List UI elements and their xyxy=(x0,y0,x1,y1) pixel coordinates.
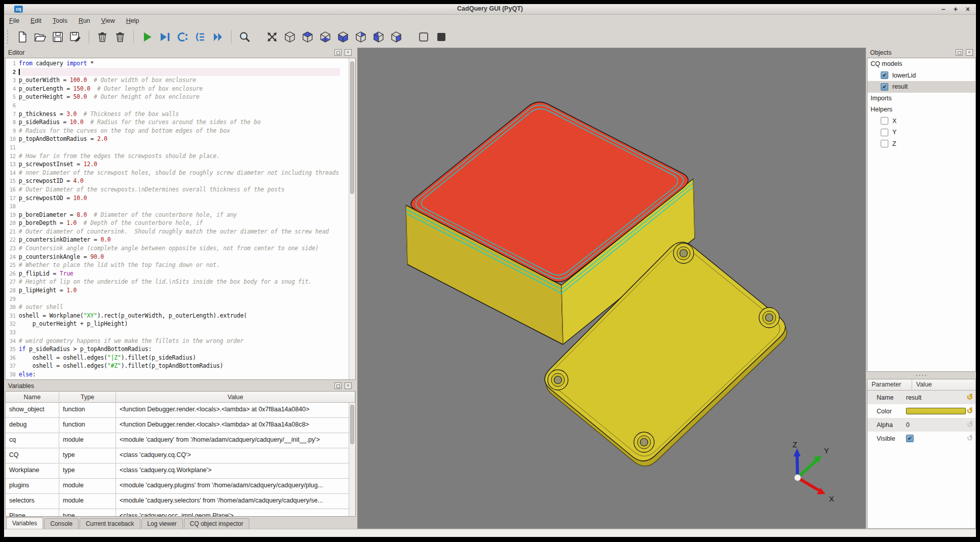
code-line-10[interactable]: 10p_topAndBottomRadius = 2.0 xyxy=(6,135,340,143)
line-text[interactable]: # How far in from the edges the screwpos… xyxy=(19,152,340,161)
code-line-27[interactable]: 27# Height of lip on the underside of th… xyxy=(6,278,340,286)
line-text[interactable] xyxy=(19,295,340,303)
code-line-23[interactable]: 23# Countersink angle (complete angle be… xyxy=(6,244,340,253)
code-line-19[interactable]: 19p_boreDiameter = 8.0 # Diameter of the… xyxy=(6,211,340,219)
code-line-18[interactable]: 18 xyxy=(6,202,340,211)
line-text[interactable]: # weird geometry happens if we make the … xyxy=(19,337,340,345)
menu-tools[interactable]: Tools xyxy=(53,17,67,24)
line-text[interactable]: p_outerWidth = 100.0 # Outer width of bo… xyxy=(19,76,340,85)
objects-item-cq-models[interactable]: CQ models xyxy=(868,58,975,70)
variables-float-button[interactable] xyxy=(334,382,342,389)
line-text[interactable]: else: xyxy=(19,370,340,379)
visibility-checkbox[interactable]: ✔ xyxy=(881,71,888,79)
line-text[interactable]: p_lipHeight = 1.0 xyxy=(19,286,340,295)
editor-close-button[interactable]: × xyxy=(345,49,352,56)
line-text[interactable]: p_screwpostInset = 12.0 xyxy=(19,160,340,169)
visibility-checkbox[interactable] xyxy=(881,129,888,136)
menu-file[interactable]: File xyxy=(9,17,19,24)
code-line-37[interactable]: 37 oshell = oshell.edges("#Z").fillet(p_… xyxy=(6,362,340,370)
variable-row-cq[interactable]: cqmodule<module 'cadquery' from '/home/a… xyxy=(6,433,355,448)
code-area[interactable]: 1from cadquery import *23p_outerWidth = … xyxy=(6,59,340,380)
close-button[interactable]: × xyxy=(966,4,970,15)
tab-console[interactable]: Console xyxy=(44,518,79,529)
code-line-26[interactable]: 26p_flipLid = True xyxy=(6,269,340,278)
line-text[interactable]: # outer shell xyxy=(19,303,340,312)
code-line-33[interactable]: 33 xyxy=(6,328,340,337)
parameter-row-color[interactable]: Color↺ xyxy=(868,404,975,418)
line-text[interactable]: oshell = oshell.edges("#Z").fillet(p_top… xyxy=(19,362,340,370)
parameter-value[interactable]: 0 xyxy=(906,421,975,429)
line-text[interactable]: oshell = Workplane("XY").rect(p_outerWid… xyxy=(19,312,340,320)
code-line-21[interactable]: 21# Outer diameter of countersink. Shoul… xyxy=(6,227,340,236)
wireframe-mode-button[interactable] xyxy=(416,29,431,45)
editor-float-button[interactable] xyxy=(334,49,342,56)
variables-scrollbar-handle[interactable] xyxy=(350,405,354,444)
parameter-row-alpha[interactable]: Alpha0↺ xyxy=(868,418,975,432)
visibility-checkbox[interactable] xyxy=(881,117,888,125)
line-text[interactable]: p_topAndBottomRadius = 2.0 xyxy=(19,135,340,143)
objects-close-button[interactable]: × xyxy=(966,49,973,56)
line-text[interactable]: p_countersinkAngle = 90.0 xyxy=(19,253,340,261)
viewport-canvas[interactable]: Z Y X xyxy=(358,48,865,528)
code-line-8[interactable]: 8p_sideRadius = 10.0 # Radius for the cu… xyxy=(6,118,340,127)
line-text[interactable]: p_boreDepth = 1.0 # Depth of the counter… xyxy=(19,219,340,227)
right-splitter[interactable] xyxy=(867,372,976,379)
shaded-mode-button[interactable] xyxy=(434,29,449,45)
objects-item-imports[interactable]: Imports xyxy=(868,93,975,104)
view-front-button[interactable] xyxy=(335,29,351,45)
parameter-row-name[interactable]: Nameresult↺ xyxy=(868,391,975,404)
code-line-13[interactable]: 13p_screwpostInset = 12.0 xyxy=(6,160,340,169)
code-line-12[interactable]: 12# How far in from the edges the screwp… xyxy=(6,152,340,161)
line-text[interactable] xyxy=(19,328,340,337)
code-line-7[interactable]: 7p_thickness = 3.0 # Thickness of the bo… xyxy=(6,110,340,119)
line-text[interactable]: # Countersink angle (complete angle betw… xyxy=(19,244,340,253)
code-line-22[interactable]: 22p_countersinkDiameter = 0.0 xyxy=(6,236,340,244)
variables-header-value[interactable]: Value xyxy=(116,392,355,402)
code-line-20[interactable]: 20p_boreDepth = 1.0 # Depth of the count… xyxy=(6,219,340,227)
view-left-button[interactable] xyxy=(371,29,386,45)
variable-row-selectors[interactable]: selectorsmodule<module 'cadquery.selecto… xyxy=(6,494,355,509)
objects-item-result[interactable]: ✔result xyxy=(868,81,975,93)
visibility-checkbox[interactable] xyxy=(881,140,888,147)
code-line-29[interactable]: 29 xyxy=(6,295,340,303)
line-text[interactable] xyxy=(19,143,340,152)
debug-run-button[interactable] xyxy=(157,29,172,45)
objects-item-z[interactable]: Z xyxy=(868,138,975,150)
code-line-15[interactable]: 15p_screwpostID = 4.0 xyxy=(6,177,340,185)
line-text[interactable]: # Height of lip on the underside of the … xyxy=(19,278,340,286)
fit-view-button[interactable] xyxy=(265,29,280,45)
variable-row-Plane[interactable]: Planetype<class 'cadquery.occ_impl.geom.… xyxy=(6,509,355,517)
visible-checkbox[interactable]: ✔ xyxy=(906,435,914,442)
line-text[interactable]: if p_sideRadius > p_topAndBottomRadius: xyxy=(19,345,340,354)
variables-close-button[interactable]: × xyxy=(345,382,352,389)
objects-item-helpers[interactable]: Helpers xyxy=(868,104,975,115)
maximize-button[interactable]: + xyxy=(954,4,958,15)
title-bar[interactable]: cq CadQuery GUI (PyQT) – + × xyxy=(4,4,976,15)
save-button[interactable] xyxy=(50,29,65,45)
code-line-4[interactable]: 4p_outerLength = 150.0 # Outer length of… xyxy=(6,85,340,93)
variable-row-CQ[interactable]: CQtype<class 'cadquery.cq.CQ'> xyxy=(6,448,355,463)
code-line-14[interactable]: 14# nner Diameter of the screwpost holes… xyxy=(6,169,340,177)
code-line-38[interactable]: 38else: xyxy=(6,370,340,379)
line-text[interactable]: p_boreDiameter = 8.0 # Diameter of the c… xyxy=(19,211,340,219)
visibility-checkbox[interactable]: ✔ xyxy=(881,83,888,91)
code-line-34[interactable]: 34# weird geometry happens if we make th… xyxy=(6,337,340,345)
code-line-11[interactable]: 11 xyxy=(6,143,340,152)
line-text[interactable]: # Whether to place the lid with the top … xyxy=(19,261,340,269)
code-line-36[interactable]: 36 oshell = oshell.edges("|Z").fillet(p_… xyxy=(6,354,340,362)
tab-cq-object-inspector[interactable]: CQ object inspector xyxy=(184,518,249,529)
undo-icon[interactable]: ↺ xyxy=(966,406,974,416)
save-as-button[interactable] xyxy=(68,29,83,45)
code-line-6[interactable]: 6 xyxy=(6,101,340,110)
code-line-31[interactable]: 31oshell = Workplane("XY").rect(p_outerW… xyxy=(6,312,340,320)
code-line-35[interactable]: 35if p_sideRadius > p_topAndBottomRadius… xyxy=(6,345,340,354)
line-text[interactable]: p_flipLid = True xyxy=(19,269,340,278)
code-line-24[interactable]: 24p_countersinkAngle = 90.0 xyxy=(6,253,340,261)
code-line-17[interactable]: 17p_screwpostOD = 10.0 xyxy=(6,194,340,203)
line-text[interactable] xyxy=(19,202,340,211)
code-line-2[interactable]: 2 xyxy=(6,68,340,76)
new-file-button[interactable] xyxy=(15,29,30,45)
step-over-button[interactable] xyxy=(193,29,208,45)
view-top-button[interactable] xyxy=(300,29,315,45)
minimize-button[interactable]: – xyxy=(941,4,946,15)
